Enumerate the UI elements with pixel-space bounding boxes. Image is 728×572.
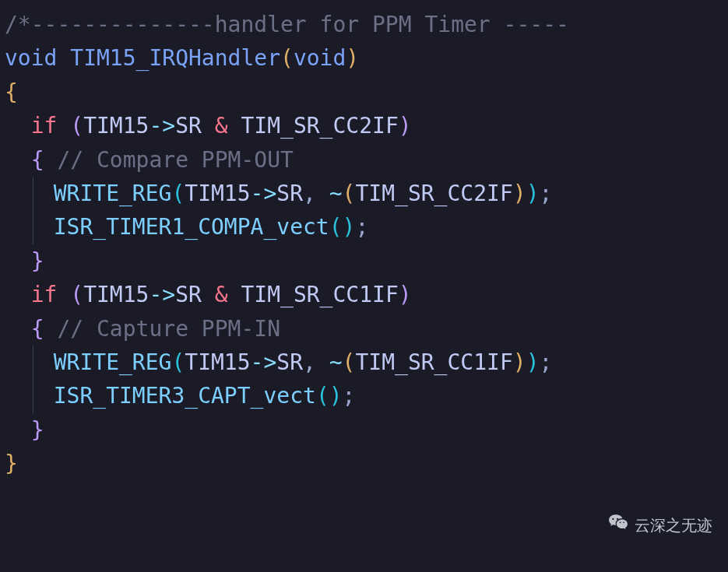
code-line: WRITE_REG(TIM15->SR, ~(TIM_SR_CC1IF)); [5, 349, 552, 375]
and-op: & [215, 113, 228, 139]
paren-open: ( [171, 181, 185, 206]
paren-open: ( [70, 113, 83, 139]
paren-open: ( [280, 45, 294, 71]
semicolon: ; [539, 349, 552, 375]
identifier: TIM15 [185, 181, 250, 206]
paren-open: ( [316, 383, 329, 409]
arrow-op: -> [149, 113, 175, 139]
macro: TIM_SR_CC2IF [355, 181, 512, 206]
semicolon: ; [355, 214, 368, 240]
identifier: TIM15 [83, 282, 149, 307]
call-isr-compa: ISR_TIMER1_COMPA_vect [54, 214, 329, 240]
code-line: ISR_TIMER1_COMPA_vect(); [5, 214, 368, 240]
paren-close: ) [346, 45, 359, 71]
macro: TIM_SR_CC1IF [241, 282, 398, 307]
paren-close: ) [399, 113, 412, 139]
call-write-reg: WRITE_REG [54, 349, 172, 375]
call-write-reg: WRITE_REG [54, 181, 172, 206]
keyword-if: if [31, 282, 58, 307]
and-op: & [215, 282, 228, 307]
paren-close: ) [399, 282, 412, 307]
function-name: TIM15_IRQHandler [70, 45, 280, 71]
brace-close: } [31, 248, 44, 274]
comment-text: /*--------------handler for PPM Timer --… [5, 12, 569, 37]
property: SR [175, 113, 202, 139]
comment-text: // Compare PPM-OUT [57, 147, 293, 173]
macro: TIM_SR_CC2IF [241, 113, 398, 139]
paren-open: ( [329, 214, 343, 240]
paren-close: ) [513, 349, 526, 375]
watermark: 云深之无迹 [608, 512, 712, 539]
code-line: WRITE_REG(TIM15->SR, ~(TIM_SR_CC2IF)); [5, 181, 552, 206]
param-void: void [294, 45, 346, 71]
macro: TIM_SR_CC1IF [355, 349, 512, 375]
paren-close: ) [526, 181, 540, 206]
keyword-void: void [5, 45, 57, 71]
call-isr-capt: ISR_TIMER3_CAPT_vect [54, 383, 316, 409]
wechat-icon [608, 512, 628, 539]
brace-open: { [5, 79, 18, 105]
semicolon: ; [539, 181, 552, 206]
paren-close: ) [526, 349, 540, 375]
paren-open: ( [70, 282, 83, 307]
code-line: } [5, 248, 44, 274]
code-line: { // Compare PPM-OUT [5, 147, 294, 173]
brace-close: } [5, 451, 18, 476]
code-line: } [5, 451, 18, 476]
comma: , [303, 349, 316, 375]
arrow-op: -> [251, 181, 277, 206]
paren-open: ( [343, 349, 356, 375]
paren-close: ) [343, 214, 356, 240]
code-line: ISR_TIMER3_CAPT_vect(); [5, 383, 355, 409]
keyword-if: if [31, 113, 58, 139]
paren-close: ) [329, 383, 343, 409]
code-line: { // Capture PPM-IN [5, 316, 280, 342]
watermark-text: 云深之无迹 [635, 514, 712, 538]
brace-open: { [31, 147, 44, 173]
code-line: } [5, 417, 44, 443]
code-line: void TIM15_IRQHandler(void) [5, 45, 359, 71]
semicolon: ; [343, 383, 356, 409]
code-editor: /*--------------handler for PPM Timer --… [5, 8, 723, 480]
paren-open: ( [343, 181, 356, 206]
comma: , [303, 181, 316, 206]
identifier: TIM15 [83, 113, 149, 139]
code-line: if (TIM15->SR & TIM_SR_CC1IF) [5, 282, 412, 307]
identifier: TIM15 [185, 349, 250, 375]
arrow-op: -> [149, 282, 175, 307]
arrow-op: -> [251, 349, 277, 375]
brace-close: } [31, 417, 44, 443]
brace-open: { [31, 316, 44, 342]
property: SR [276, 181, 303, 206]
code-line: { [5, 79, 18, 105]
paren-open: ( [171, 349, 185, 375]
comment-text: // Capture PPM-IN [57, 316, 280, 342]
code-line: if (TIM15->SR & TIM_SR_CC2IF) [5, 113, 412, 139]
not-op: ~ [329, 349, 343, 375]
not-op: ~ [329, 181, 343, 206]
code-line: /*--------------handler for PPM Timer --… [5, 12, 569, 37]
property: SR [175, 282, 202, 307]
paren-close: ) [513, 181, 526, 206]
property: SR [276, 349, 303, 375]
